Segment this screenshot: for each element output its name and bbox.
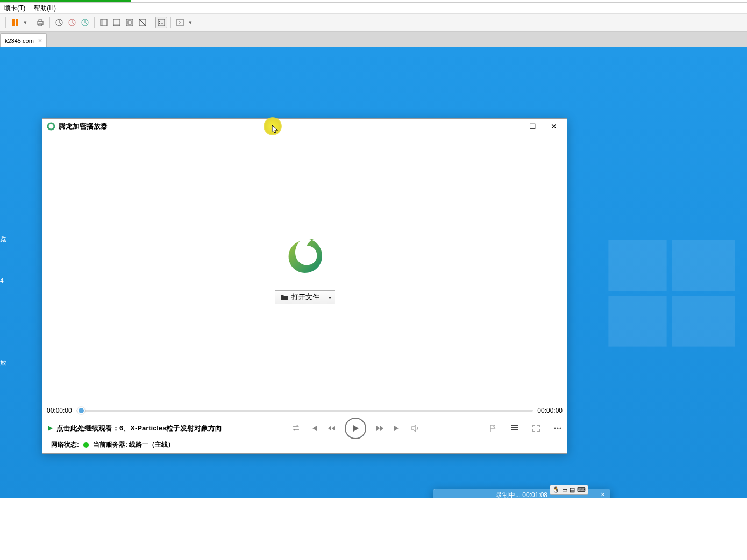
bottom-panel <box>0 499 747 560</box>
flag-icon[interactable] <box>488 423 498 433</box>
print-icon-button[interactable] <box>34 17 46 28</box>
play-button[interactable] <box>345 418 366 439</box>
desktop-icon-label: 览 <box>0 235 6 244</box>
console-icon-button[interactable] <box>155 17 167 28</box>
tray-penguin-icon[interactable]: 🐧 <box>552 486 560 493</box>
svg-line-15 <box>139 19 146 26</box>
desktop-icon-label: 4 <box>0 277 4 284</box>
fullscreen-icon-button[interactable] <box>174 17 186 28</box>
status-indicator-icon <box>83 442 89 448</box>
player-logo-icon <box>283 234 326 277</box>
recorder-status-text: 录制中... 00:01:08 <box>496 491 547 498</box>
system-tray[interactable]: 🐧 ▭ ▤ ⌨ <box>550 485 588 495</box>
svg-point-23 <box>554 428 556 429</box>
next-track-icon[interactable] <box>393 425 401 432</box>
prev-track-icon[interactable] <box>310 425 318 432</box>
tray-item-icon[interactable]: ▭ <box>562 486 567 493</box>
dropdown-arrow-icon[interactable]: ▼ <box>188 20 193 25</box>
layout-left-icon[interactable] <box>98 17 110 28</box>
svg-rect-9 <box>101 19 103 26</box>
svg-rect-20 <box>608 296 666 347</box>
open-file-button[interactable]: 打开文件 ▾ <box>275 290 335 304</box>
player-controls: 00:00:00 00:00:00 点击此处继续观看：6、X-Particles… <box>42 405 567 453</box>
svg-rect-11 <box>113 24 120 26</box>
progress-thumb[interactable] <box>77 407 85 414</box>
tab-label: k2345.com <box>5 38 34 44</box>
maximize-button[interactable]: ☐ <box>526 122 539 131</box>
playlist-icon[interactable] <box>510 423 520 433</box>
tab-bar: k2345.com × <box>0 32 747 48</box>
desktop-icon-label: 放 <box>0 358 6 368</box>
tray-item-icon[interactable]: ▤ <box>570 486 575 493</box>
dropdown-arrow-icon[interactable]: ▼ <box>23 20 27 25</box>
svg-rect-18 <box>608 240 666 291</box>
server-label: 当前服务器: 线路一（主线） <box>93 440 174 449</box>
rewind-icon[interactable] <box>328 425 335 432</box>
player-window: 腾龙加密播放器 — ☐ ✕ 打开文件 <box>42 118 567 454</box>
player-content: 打开文件 ▾ <box>42 134 567 405</box>
tab-close-icon[interactable]: × <box>38 37 42 45</box>
more-icon[interactable] <box>553 423 563 433</box>
toolbar: ▼ ▼ <box>0 13 747 32</box>
resume-icon-button[interactable] <box>66 17 78 28</box>
progress-slider[interactable] <box>76 410 533 412</box>
tray-keyboard-icon[interactable]: ⌨ <box>577 486 586 493</box>
history-icon-button[interactable] <box>53 17 65 28</box>
layout-bottom-icon[interactable] <box>111 17 123 28</box>
network-status-label: 网络状态: <box>51 440 79 449</box>
repeat-icon[interactable] <box>291 423 301 433</box>
windows-logo-icon <box>607 240 736 348</box>
open-file-label: 打开文件 <box>291 292 319 302</box>
time-total: 00:00:00 <box>537 407 563 414</box>
menu-card[interactable]: 顷卡(T) <box>0 3 30 14</box>
app-logo-icon <box>47 122 55 131</box>
minimize-button[interactable]: — <box>504 122 517 131</box>
desktop-background: 览 4 放 腾龙加密播放器 — ☐ ✕ <box>0 47 747 498</box>
window-title: 腾龙加密播放器 <box>59 121 108 131</box>
forward-icon[interactable] <box>376 425 383 432</box>
svg-rect-16 <box>158 19 165 26</box>
pause-icon-button[interactable] <box>9 17 21 28</box>
svg-point-24 <box>557 428 559 429</box>
continue-watch-link[interactable]: 点击此处继续观看：6、X-Particles粒子发射对象方向 <box>56 423 222 433</box>
player-titlebar[interactable]: 腾龙加密播放器 — ☐ ✕ <box>42 119 567 134</box>
svg-rect-13 <box>128 21 131 24</box>
play-arrow-icon <box>47 425 53 432</box>
time-current: 00:00:00 <box>47 407 72 414</box>
svg-rect-19 <box>672 240 735 291</box>
cursor-icon <box>272 125 279 134</box>
svg-point-25 <box>560 428 561 429</box>
folder-icon <box>281 294 288 300</box>
close-button[interactable]: ✕ <box>547 122 560 131</box>
sync-icon-button[interactable] <box>79 17 91 28</box>
top-progress-bar <box>0 0 131 2</box>
svg-rect-21 <box>672 296 735 347</box>
svg-rect-1 <box>16 19 18 26</box>
fullscreen-icon[interactable] <box>531 423 541 433</box>
svg-rect-3 <box>39 20 42 21</box>
svg-rect-0 <box>12 19 15 26</box>
layout-focus-icon[interactable] <box>124 17 136 28</box>
volume-icon[interactable] <box>410 423 420 433</box>
svg-rect-12 <box>126 19 133 26</box>
menu-bar: 顷卡(T) 帮助(H) <box>0 2 747 13</box>
menu-help[interactable]: 帮助(H) <box>30 3 60 14</box>
recorder-close-icon[interactable]: × <box>601 490 605 498</box>
tab-2345[interactable]: k2345.com × <box>0 33 47 47</box>
open-file-dropdown[interactable]: ▾ <box>325 291 335 304</box>
layout-crossed-icon[interactable] <box>137 17 148 28</box>
svg-point-22 <box>48 123 54 130</box>
